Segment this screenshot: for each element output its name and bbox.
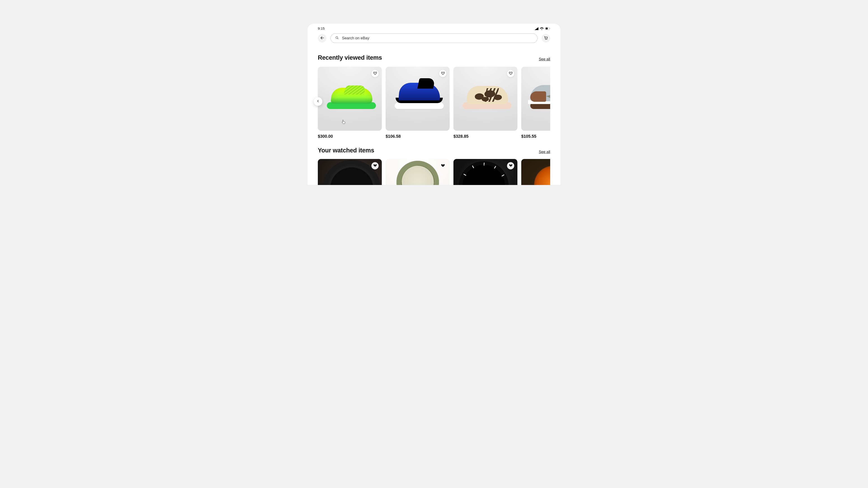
product-price: $105.55	[521, 134, 550, 139]
pointer-cursor-icon	[342, 120, 345, 124]
recent-title: Recently viewed items	[318, 54, 382, 61]
svg-line-4	[338, 38, 338, 39]
product-card[interactable]	[521, 159, 550, 185]
product-image[interactable]	[454, 159, 518, 185]
product-card[interactable]: $105.55	[521, 67, 550, 139]
search-field[interactable]	[331, 33, 537, 43]
product-image[interactable]	[385, 67, 450, 131]
svg-point-6	[547, 39, 547, 39]
product-card[interactable]: $328.85	[454, 67, 518, 139]
heart-icon	[441, 71, 445, 76]
status-bar: 9:15	[307, 24, 561, 33]
product-card[interactable]: $106.58	[385, 67, 450, 139]
battery-icon	[545, 27, 550, 30]
search-icon	[335, 36, 339, 40]
favorite-button[interactable]	[507, 70, 514, 77]
carousel-prev-button[interactable]	[314, 97, 322, 106]
recent-section: Recently viewed items See all	[307, 54, 561, 139]
tablet-device-frame: 9:15	[307, 24, 561, 185]
watched-section: Your watched items See all	[307, 147, 561, 185]
back-button[interactable]	[318, 34, 327, 42]
watched-scroller[interactable]	[318, 159, 550, 185]
heart-filled-icon	[509, 163, 513, 168]
svg-point-5	[545, 39, 546, 39]
heart-filled-icon	[373, 163, 377, 168]
product-card[interactable]	[385, 159, 450, 185]
chevron-left-icon	[316, 99, 320, 103]
product-price: $106.58	[385, 134, 450, 139]
product-card[interactable]: $300.00	[318, 67, 382, 139]
cart-button[interactable]	[541, 34, 550, 42]
watched-see-all-link[interactable]: See all	[539, 150, 550, 154]
top-bar	[307, 33, 561, 46]
product-card[interactable]	[318, 159, 382, 185]
product-image[interactable]	[385, 159, 450, 185]
favorite-button[interactable]	[439, 162, 446, 170]
watched-title: Your watched items	[318, 147, 374, 154]
wifi-icon	[540, 27, 544, 30]
stage: 9:15	[270, 0, 598, 185]
favorite-button[interactable]	[507, 162, 514, 170]
product-image[interactable]	[454, 67, 518, 131]
clock: 9:15	[318, 27, 324, 31]
heart-icon	[373, 71, 377, 76]
product-card[interactable]	[454, 159, 518, 185]
arrow-left-icon	[320, 36, 324, 41]
svg-rect-2	[550, 28, 550, 29]
favorite-button[interactable]	[371, 162, 379, 170]
product-price: $328.85	[454, 134, 518, 139]
heart-icon	[509, 71, 513, 76]
cart-icon	[544, 35, 548, 41]
search-input[interactable]	[342, 36, 533, 40]
product-image[interactable]	[318, 67, 382, 131]
svg-rect-1	[546, 28, 548, 29]
product-image[interactable]	[521, 159, 550, 185]
heart-filled-icon	[441, 163, 445, 169]
product-image[interactable]	[521, 67, 550, 131]
recent-see-all-link[interactable]: See all	[539, 57, 550, 61]
favorite-button[interactable]	[371, 70, 379, 77]
product-image[interactable]	[318, 159, 382, 185]
cellular-icon	[535, 27, 538, 30]
favorite-button[interactable]	[439, 70, 446, 77]
product-price: $300.00	[318, 134, 382, 139]
recent-scroller[interactable]: $300.00 $106.58	[318, 67, 550, 139]
